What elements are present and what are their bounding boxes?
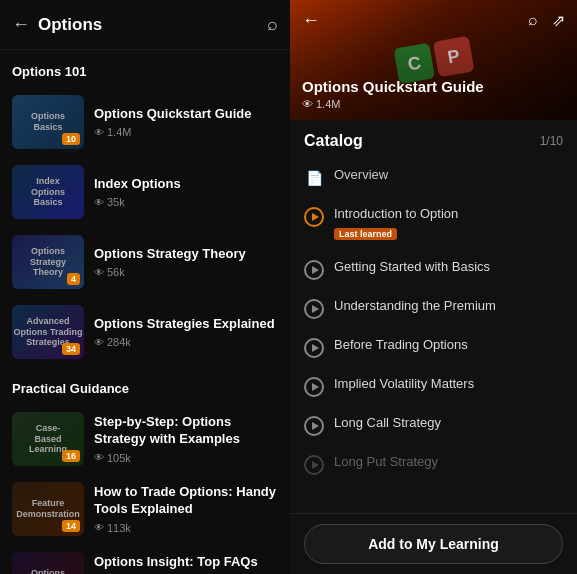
- list-item[interactable]: Feature Demonstration14How to Trade Opti…: [0, 474, 290, 544]
- course-title: Options Quickstart Guide: [94, 106, 278, 123]
- course-views: 284k: [107, 336, 131, 348]
- play-triangle-icon: [312, 422, 319, 430]
- catalog-item-icon: 📄: [304, 168, 324, 188]
- list-item[interactable]: Index Options BasicsIndex Options👁35k: [0, 157, 290, 227]
- catalog-items: 📄OverviewIntroduction to OptionLast lear…: [290, 158, 577, 484]
- catalog-item-label: Getting Started with Basics: [334, 259, 563, 276]
- course-title: Options Strategy Theory: [94, 246, 278, 263]
- play-circle-icon: [304, 416, 324, 436]
- catalog-item[interactable]: Introduction to OptionLast learned: [290, 197, 577, 250]
- course-title: Index Options: [94, 176, 278, 193]
- course-info: Options Insight: Top FAQs for Clarity in…: [94, 554, 278, 574]
- hero-share-icon[interactable]: ⇗: [552, 11, 565, 30]
- catalog-item-icon: [304, 299, 324, 319]
- right-panel: C P ← ⌕ ⇗ Options Quickstart Guide 👁 1.4…: [290, 0, 577, 574]
- course-info: Options Quickstart Guide👁1.4M: [94, 106, 278, 139]
- back-icon[interactable]: ←: [12, 14, 30, 35]
- search-icon[interactable]: ⌕: [267, 14, 278, 35]
- play-circle-icon: [304, 299, 324, 319]
- doc-icon: 📄: [304, 168, 324, 188]
- course-meta: 👁113k: [94, 522, 278, 534]
- play-triangle-icon: [312, 213, 319, 221]
- hero-eye-icon: 👁: [302, 98, 313, 110]
- catalog-item-text: Implied Volatility Matters: [334, 376, 563, 393]
- hero-views: 1.4M: [316, 98, 340, 110]
- catalog-item[interactable]: 📄Overview: [290, 158, 577, 197]
- catalog-count: 1/10: [540, 134, 563, 148]
- play-triangle-icon: [312, 266, 319, 274]
- catalog-item-icon: [304, 260, 324, 280]
- eye-icon: 👁: [94, 127, 104, 138]
- catalog-item[interactable]: Getting Started with Basics: [290, 250, 577, 289]
- course-info: Options Strategy Theory👁56k: [94, 246, 278, 279]
- list-item[interactable]: Options FAQs20Options Insight: Top FAQs …: [0, 544, 290, 574]
- list-item[interactable]: Options Basics10Options Quickstart Guide…: [0, 87, 290, 157]
- play-circle-icon: [304, 455, 324, 475]
- course-info: Step-by-Step: Options Strategy with Exam…: [94, 414, 278, 464]
- hero-meta: 👁 1.4M: [302, 98, 565, 110]
- eye-icon: 👁: [94, 452, 104, 463]
- course-badge: 14: [62, 520, 80, 532]
- course-views: 56k: [107, 266, 125, 278]
- last-learned-badge: Last learned: [334, 228, 397, 240]
- thumb-wrapper: Options Basics10: [12, 95, 84, 149]
- catalog-item-text: Before Trading Options: [334, 337, 563, 354]
- hero-search-icon[interactable]: ⌕: [528, 11, 538, 30]
- thumb-wrapper: Options Strategy Theory4: [12, 235, 84, 289]
- catalog-item-label: Before Trading Options: [334, 337, 563, 354]
- course-badge: 16: [62, 450, 80, 462]
- eye-icon: 👁: [94, 522, 104, 533]
- course-meta: 👁56k: [94, 266, 278, 278]
- course-meta: 👁105k: [94, 452, 278, 464]
- play-triangle-icon: [312, 305, 319, 313]
- play-circle-icon: [304, 207, 324, 227]
- catalog-item-text: Understanding the Premium: [334, 298, 563, 315]
- add-to-learning-button[interactable]: Add to My Learning: [304, 524, 563, 564]
- course-title: Options Strategies Explained: [94, 316, 278, 333]
- catalog-item[interactable]: Understanding the Premium: [290, 289, 577, 328]
- eye-icon: 👁: [94, 337, 104, 348]
- course-title: Options Insight: Top FAQs for Clarity in…: [94, 554, 278, 574]
- catalog-item-label: Long Call Strategy: [334, 415, 563, 432]
- eye-icon: 👁: [94, 267, 104, 278]
- catalog-item-text: Long Call Strategy: [334, 415, 563, 432]
- course-title: Step-by-Step: Options Strategy with Exam…: [94, 414, 278, 448]
- course-badge: 4: [67, 273, 80, 285]
- thumb-wrapper: Feature Demonstration14: [12, 482, 84, 536]
- list-item[interactable]: Advanced Options Trading Strategies34Opt…: [0, 297, 290, 367]
- section-label: Options 101: [0, 50, 290, 87]
- thumb-wrapper: Index Options Basics: [12, 165, 84, 219]
- section-label: Practical Guidance: [0, 367, 290, 404]
- catalog-item-icon: [304, 207, 324, 227]
- list-item[interactable]: Options Strategy Theory4Options Strategy…: [0, 227, 290, 297]
- play-triangle-icon: [312, 383, 319, 391]
- play-circle-icon: [304, 260, 324, 280]
- catalog-item[interactable]: Implied Volatility Matters: [290, 367, 577, 406]
- left-sections: Options 101Options Basics10Options Quick…: [0, 50, 290, 574]
- catalog-item-label: Introduction to Option: [334, 206, 563, 223]
- catalog-item-text: Introduction to OptionLast learned: [334, 206, 563, 241]
- course-badge: 34: [62, 343, 80, 355]
- course-badge: 10: [62, 133, 80, 145]
- catalog-item[interactable]: Long Call Strategy: [290, 406, 577, 445]
- catalog-item-icon: [304, 416, 324, 436]
- catalog-item[interactable]: Before Trading Options: [290, 328, 577, 367]
- hero-title-area: Options Quickstart Guide 👁 1.4M: [302, 78, 565, 110]
- course-meta: 👁35k: [94, 196, 278, 208]
- hero-back-icon[interactable]: ←: [302, 10, 320, 31]
- course-thumbnail: Options FAQs: [12, 552, 84, 574]
- hero-nav-icons: ⌕ ⇗: [528, 11, 565, 30]
- catalog-title: Catalog: [304, 132, 363, 150]
- hero-title: Options Quickstart Guide: [302, 78, 565, 95]
- list-item[interactable]: Case- Based Learning16Step-by-Step: Opti…: [0, 404, 290, 474]
- course-views: 1.4M: [107, 126, 131, 138]
- play-circle-icon: [304, 377, 324, 397]
- course-meta: 👁284k: [94, 336, 278, 348]
- catalog-item-label: Long Put Strategy: [334, 454, 563, 471]
- course-views: 35k: [107, 196, 125, 208]
- thumb-wrapper: Options FAQs20: [12, 552, 84, 574]
- catalog-item-icon: [304, 338, 324, 358]
- catalog-item: Long Put Strategy: [290, 445, 577, 484]
- left-panel: ← Options ⌕ Options 101Options Basics10O…: [0, 0, 290, 574]
- catalog-item-text: Getting Started with Basics: [334, 259, 563, 276]
